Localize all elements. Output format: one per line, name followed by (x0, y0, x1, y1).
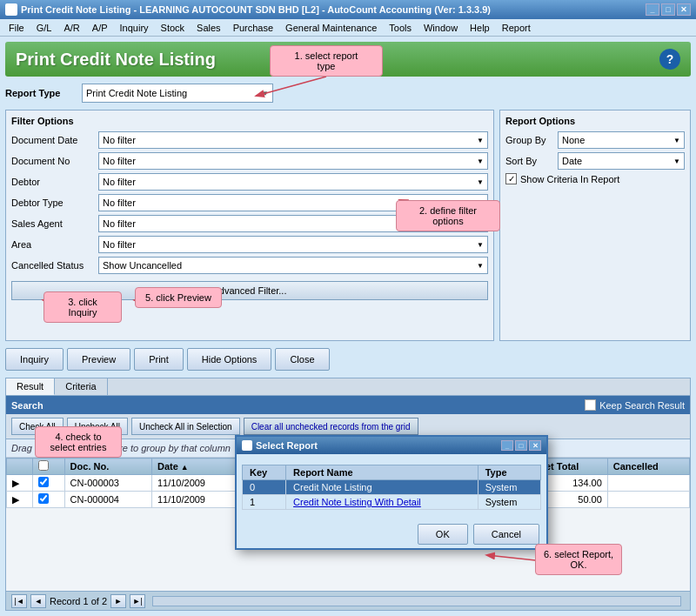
minimize-btn[interactable]: _ (646, 3, 659, 16)
print-button[interactable]: Print (134, 348, 184, 371)
callout-1: 1. select report type (270, 45, 383, 77)
group-by-select[interactable]: None ▼ (558, 131, 685, 149)
callout-6: 6. select Report, OK. (535, 544, 622, 575)
col-header-date[interactable]: Date ▲ (151, 459, 238, 475)
modal-cell-name[interactable]: Credit Note Listing With Detail (286, 495, 478, 510)
filter-row-area: Area No filter▼ (11, 236, 488, 253)
clear-unchecked-button[interactable]: Clear all unchecked records from the gri… (244, 418, 418, 435)
menu-stock[interactable]: Stock (156, 22, 191, 34)
callout-3: 3. click Inquiry (44, 291, 122, 323)
close-button[interactable]: Close (275, 348, 329, 371)
modal-title-bar: Select Report _ □ ✕ (237, 437, 546, 454)
nav-next-button[interactable]: ► (110, 594, 126, 608)
nav-prev-button[interactable]: ◄ (30, 594, 46, 608)
keep-search-checkbox[interactable] (585, 399, 596, 411)
group-by-label: Group By (505, 135, 558, 145)
filter-select-document-no[interactable]: No filter▼ (98, 152, 488, 170)
show-criteria-row: Show Criteria In Report (505, 173, 685, 184)
report-type-select[interactable]: Print Credit Note Listing ▼ (82, 84, 273, 103)
search-bar: Search Keep Search Result (6, 396, 690, 414)
arrow-icon: ▼ (477, 178, 484, 186)
show-criteria-checkbox[interactable] (505, 173, 517, 184)
menu-window[interactable]: Window (418, 22, 463, 34)
row-expand: ▶ (7, 492, 33, 508)
inquiry-button[interactable]: Inquiry (5, 348, 64, 371)
modal-content: Key Report Name Type 0 Credit Note Listi… (237, 454, 546, 520)
modal-row[interactable]: 0 Credit Note Listing System (243, 480, 541, 495)
modal-col-name: Report Name (286, 465, 478, 480)
uncheck-all-in-selection-button[interactable]: Uncheck All in Selection (131, 418, 240, 435)
col-header-cancelled[interactable]: Cancelled (607, 459, 689, 475)
row-check[interactable] (38, 477, 49, 487)
record-label: Record 1 of 2 (50, 596, 107, 606)
nav-first-button[interactable]: |◄ (11, 594, 27, 608)
menu-purchase[interactable]: Purchase (228, 22, 278, 34)
tab-result[interactable]: Result (6, 378, 55, 395)
sort-by-value: Date (562, 156, 582, 166)
filter-select-debtor[interactable]: No filter▼ (98, 173, 488, 191)
modal-close-btn[interactable]: ✕ (529, 440, 541, 451)
sort-by-select[interactable]: Date ▼ (558, 152, 685, 170)
filter-select-area[interactable]: No filter▼ (98, 236, 488, 253)
arrow-icon: ▼ (673, 137, 680, 144)
modal-cancel-button[interactable]: Cancel (473, 524, 539, 545)
modal-col-type: Type (478, 465, 540, 480)
filter-label-area: Area (11, 239, 98, 250)
arrow-icon: ▼ (477, 157, 484, 165)
row-checkbox[interactable] (33, 492, 64, 508)
menu-inquiry[interactable]: Inquiry (115, 22, 154, 34)
filter-label-document-no: Document No (11, 156, 98, 166)
modal-col-key: Key (243, 465, 286, 480)
menu-sales[interactable]: Sales (191, 22, 226, 34)
header-checkbox[interactable] (38, 460, 49, 471)
nav-last-button[interactable]: ►| (130, 594, 145, 608)
callout-4: 4. check to select entries (35, 426, 122, 458)
title-bar: Print Credit Note Listing - LEARNING AUT… (0, 0, 696, 19)
filter-select-document-date[interactable]: No filter▼ (98, 131, 488, 149)
close-btn[interactable]: ✕ (677, 3, 691, 16)
maximize-btn[interactable]: □ (661, 3, 675, 16)
col-header-doc-no[interactable]: Doc. No. (64, 459, 151, 475)
row-expand: ▶ (7, 475, 33, 492)
report-type-value: Print Credit Note Listing (86, 88, 187, 98)
callout-5: 5. click Preview (135, 287, 222, 308)
help-button[interactable]: ? (659, 49, 680, 70)
filter-row-document-date: Document Date No filter▼ (11, 131, 488, 149)
horizontal-scrollbar[interactable] (152, 596, 681, 606)
menu-general-maintenance[interactable]: General Maintenance (280, 22, 382, 34)
row-date: 11/10/2009 (151, 475, 238, 492)
filter-select-cancelled-status[interactable]: Show Uncancelled▼ (98, 257, 488, 274)
menu-help[interactable]: Help (465, 22, 495, 34)
filter-label-cancelled-status: Cancelled Status (11, 260, 98, 271)
modal-icon (242, 440, 252, 451)
report-type-label: Report Type (5, 88, 75, 98)
row-checkbox[interactable] (33, 475, 64, 492)
filter-row-debtor: Debtor No filter▼ (11, 173, 488, 191)
filter-row-cancelled-status: Cancelled Status Show Uncancelled▼ (11, 257, 488, 274)
menu-report[interactable]: Report (497, 22, 536, 34)
menu-ar[interactable]: A/R (58, 22, 84, 34)
menu-ap[interactable]: A/P (87, 22, 113, 34)
row-check[interactable] (38, 493, 49, 504)
preview-button[interactable]: Preview (67, 348, 130, 371)
report-options-title: Report Options (505, 116, 685, 126)
action-buttons: Inquiry Preview Print Hide Options Close (5, 345, 691, 374)
arrow-icon: ▼ (477, 137, 484, 144)
search-label: Search (11, 400, 44, 411)
tab-criteria[interactable]: Criteria (55, 378, 107, 395)
modal-row[interactable]: 1 Credit Note Listing With Detail System (243, 495, 541, 510)
menu-tools[interactable]: Tools (384, 22, 417, 34)
modal-controls: _ □ ✕ (501, 440, 541, 451)
menu-gl[interactable]: G/L (31, 22, 57, 34)
modal-cell-type: System (478, 480, 540, 495)
modal-maximize-btn[interactable]: □ (515, 440, 527, 451)
row-date: 11/10/2009 (151, 492, 238, 508)
hide-options-button[interactable]: Hide Options (187, 348, 272, 371)
row-doc-no: CN-000003 (64, 475, 151, 492)
result-tabs: Result Criteria (6, 378, 690, 396)
menu-file[interactable]: File (3, 22, 30, 34)
modal-cell-key: 1 (243, 495, 286, 510)
show-criteria-label: Show Criteria In Report (520, 174, 619, 184)
modal-minimize-btn[interactable]: _ (501, 440, 513, 451)
modal-ok-button[interactable]: OK (418, 524, 468, 545)
